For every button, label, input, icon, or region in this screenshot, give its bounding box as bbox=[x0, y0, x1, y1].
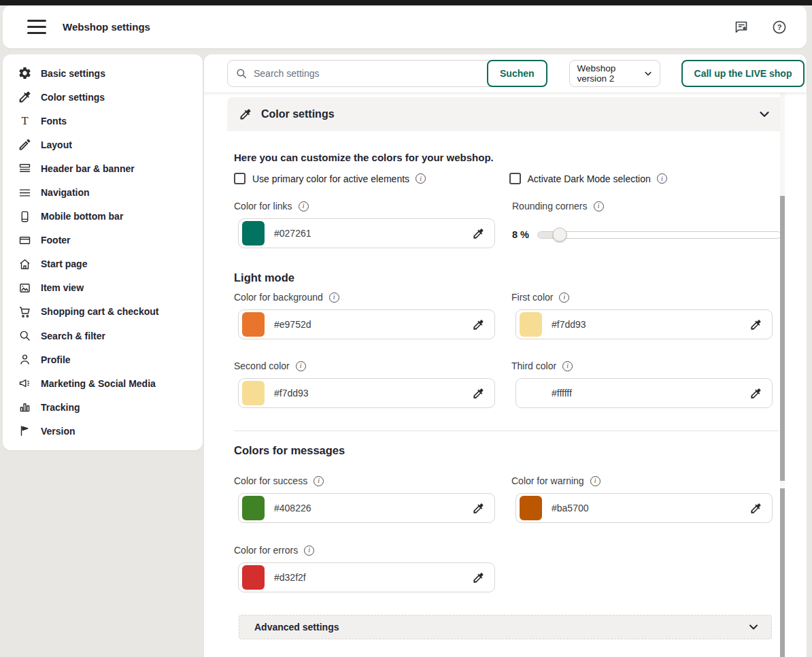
color-for-errors-input[interactable]: #d32f2f bbox=[238, 562, 495, 592]
eyedropper-icon[interactable] bbox=[472, 502, 485, 515]
help-icon[interactable]: ? bbox=[771, 19, 788, 35]
sidebar-item-shopping-cart-checkout[interactable]: Shopping cart & checkout bbox=[3, 300, 203, 324]
eyedropper-icon[interactable] bbox=[472, 318, 485, 331]
scrollbar-track[interactable] bbox=[780, 93, 785, 657]
color-settings-panel: Color settings Here you can customize th… bbox=[204, 93, 807, 657]
sidebar-item-label: Marketing & Social Media bbox=[41, 378, 156, 389]
advanced-settings-title: Advanced settings bbox=[254, 622, 339, 633]
search-button[interactable]: Suchen bbox=[487, 60, 547, 87]
info-icon[interactable]: i bbox=[314, 476, 324, 486]
person-icon bbox=[18, 352, 32, 367]
mobile-icon bbox=[18, 209, 32, 224]
color-for-links-field: Color for links i #027261 bbox=[238, 201, 495, 248]
sidebar-item-marketing-social[interactable]: Marketing & Social Media bbox=[3, 371, 203, 395]
sidebar-item-fonts[interactable]: T Fonts bbox=[3, 109, 203, 133]
eyedropper-icon[interactable] bbox=[749, 318, 762, 331]
live-shop-button[interactable]: Call up the LIVE shop bbox=[681, 60, 805, 87]
info-icon[interactable]: i bbox=[559, 292, 569, 303]
sidebar-item-profile[interactable]: Profile bbox=[3, 348, 203, 371]
settings-sidebar: Basic settings Color settings T Fonts La… bbox=[3, 54, 203, 450]
info-icon[interactable]: i bbox=[299, 201, 309, 212]
sidebar-item-item-view[interactable]: Item view bbox=[3, 276, 203, 300]
eyedropper-icon[interactable] bbox=[749, 387, 762, 400]
sidebar-item-header-bar-banner[interactable]: Header bar & banner bbox=[3, 156, 203, 180]
app-header: Webshop settings ? bbox=[3, 5, 807, 48]
color-for-success-input[interactable]: #408226 bbox=[238, 493, 495, 523]
rounding-corners-field: Rounding corners i 8 % bbox=[515, 201, 781, 248]
checkbox-label: Activate Dark Mode selection bbox=[528, 173, 651, 184]
messages-heading: Colors for messages bbox=[234, 444, 784, 457]
cart-icon bbox=[18, 305, 32, 319]
header-actions: ? bbox=[733, 19, 788, 35]
messages-row-1: Color for successi #408226 Color for war… bbox=[238, 475, 784, 523]
color-settings-accordion-header[interactable]: Color settings bbox=[227, 97, 784, 131]
slider-thumb[interactable] bbox=[553, 228, 567, 242]
color-for-warning-input[interactable]: #ba5700 bbox=[515, 493, 773, 523]
sidebar-item-layout[interactable]: Layout bbox=[3, 133, 203, 156]
search-input[interactable] bbox=[227, 60, 513, 87]
sidebar-item-version[interactable]: Version bbox=[3, 419, 203, 443]
advanced-settings-accordion[interactable]: Advanced settings bbox=[239, 615, 772, 639]
info-icon[interactable]: i bbox=[304, 545, 314, 556]
eyedropper-icon[interactable] bbox=[472, 571, 485, 584]
sidebar-item-footer[interactable]: Footer bbox=[3, 229, 203, 252]
dark-mode-checkbox[interactable] bbox=[509, 173, 521, 184]
main-content: Suchen Webshop version 2 Call up the LIV… bbox=[204, 54, 807, 657]
feedback-review-icon[interactable] bbox=[733, 19, 749, 35]
field-label: Second color bbox=[234, 360, 290, 371]
hex-value: #d32f2f bbox=[274, 572, 472, 583]
chevron-down-icon bbox=[642, 67, 654, 80]
sidebar-item-mobile-bottom-bar[interactable]: Mobile bottom bar bbox=[3, 205, 203, 229]
sidebar-item-label: Tracking bbox=[41, 402, 80, 413]
color-swatch bbox=[242, 381, 265, 405]
sidebar-item-basic-settings[interactable]: Basic settings bbox=[3, 61, 203, 85]
sidebar-item-color-settings[interactable]: Color settings bbox=[3, 85, 203, 109]
info-icon[interactable]: i bbox=[416, 173, 426, 184]
scrollbar-thumb[interactable] bbox=[780, 488, 785, 657]
info-icon[interactable]: i bbox=[562, 361, 573, 371]
sidebar-item-search-filter[interactable]: Search & filter bbox=[3, 324, 203, 348]
second-color-input[interactable]: #f7dd93 bbox=[238, 378, 495, 408]
dark-mode-checkbox-group: Activate Dark Mode selection i bbox=[509, 173, 785, 184]
eyedropper-icon[interactable] bbox=[472, 387, 485, 400]
accordion-title: Color settings bbox=[261, 108, 335, 120]
field-label: Color for warning bbox=[511, 475, 584, 486]
messages-row-2: Color for errorsi #d32f2f bbox=[238, 545, 784, 592]
field-label: Color for errors bbox=[234, 545, 298, 556]
color-swatch bbox=[242, 565, 265, 590]
primary-color-checkbox[interactable] bbox=[234, 173, 246, 184]
scrollbar-thumb[interactable] bbox=[780, 196, 785, 481]
info-icon[interactable]: i bbox=[296, 361, 306, 371]
hex-value: #408226 bbox=[274, 503, 472, 513]
info-icon[interactable]: i bbox=[594, 201, 604, 212]
color-for-background-input[interactable]: #e9752d bbox=[238, 309, 495, 339]
third-color-input[interactable]: #ffffff bbox=[515, 378, 773, 408]
hex-value: #ffffff bbox=[552, 388, 749, 399]
version-select[interactable]: Webshop version 2 bbox=[569, 60, 660, 87]
search-icon bbox=[18, 328, 32, 343]
panel-intro: Here you can customize the colors for yo… bbox=[234, 152, 784, 163]
eyedropper-icon[interactable] bbox=[749, 502, 762, 515]
rounding-slider[interactable] bbox=[537, 231, 781, 239]
sidebar-item-label: Navigation bbox=[41, 187, 90, 198]
sidebar-item-label: Mobile bottom bar bbox=[41, 211, 123, 222]
rounding-value: 8 % bbox=[512, 229, 537, 240]
field-label: Color for success bbox=[234, 475, 307, 486]
color-for-links-input[interactable]: #027261 bbox=[238, 218, 495, 248]
first-color-input[interactable]: #f7dd93 bbox=[515, 309, 773, 339]
second-color-field: Second colori #f7dd93 bbox=[238, 360, 495, 408]
color-for-success-field: Color for successi #408226 bbox=[238, 475, 495, 523]
info-icon[interactable]: i bbox=[590, 476, 600, 486]
search-field-wrap bbox=[227, 60, 513, 87]
info-icon[interactable]: i bbox=[329, 292, 339, 303]
sidebar-item-navigation[interactable]: Navigation bbox=[3, 180, 203, 204]
first-color-field: First colori #f7dd93 bbox=[515, 292, 773, 339]
eyedropper-icon[interactable] bbox=[472, 227, 485, 240]
info-icon[interactable]: i bbox=[657, 173, 667, 184]
sidebar-item-label: Basic settings bbox=[41, 68, 105, 79]
sidebar-item-label: Fonts bbox=[41, 116, 67, 127]
sidebar-item-start-page[interactable]: Start page bbox=[3, 252, 203, 276]
light-mode-row-2: Second colori #f7dd93 Third colori #ffff… bbox=[238, 360, 784, 408]
hamburger-menu-icon[interactable] bbox=[27, 20, 46, 35]
sidebar-item-tracking[interactable]: Tracking bbox=[3, 395, 203, 419]
